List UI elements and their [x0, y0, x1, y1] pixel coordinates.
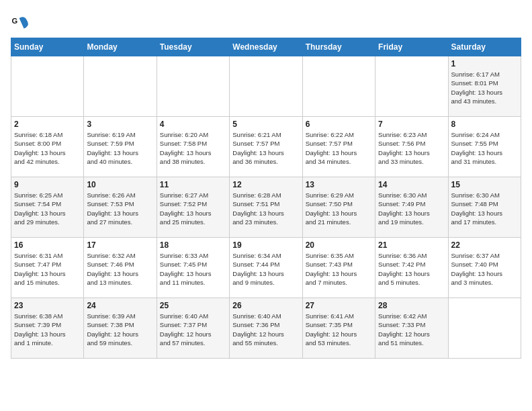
- day-number: 8: [451, 120, 518, 129]
- weekday-header-wednesday: Wednesday: [230, 38, 302, 56]
- day-info: Sunrise: 6:37 AM Sunset: 7:40 PM Dayligh…: [451, 251, 518, 287]
- day-info: Sunrise: 6:19 AM Sunset: 7:59 PM Dayligh…: [87, 130, 153, 166]
- calendar-cell: 24Sunrise: 6:39 AM Sunset: 7:38 PM Dayli…: [84, 298, 157, 359]
- day-number: 20: [306, 240, 372, 250]
- day-info: Sunrise: 6:30 AM Sunset: 7:49 PM Dayligh…: [378, 191, 445, 226]
- calendar-cell: 18Sunrise: 6:33 AM Sunset: 7:45 PM Dayli…: [157, 238, 229, 298]
- calendar-cell: 4Sunrise: 6:20 AM Sunset: 7:58 PM Daylig…: [157, 117, 229, 177]
- calendar-cell: [448, 298, 521, 359]
- day-number: 14: [378, 180, 445, 189]
- day-info: Sunrise: 6:30 AM Sunset: 7:48 PM Dayligh…: [451, 191, 518, 226]
- calendar-cell: 14Sunrise: 6:30 AM Sunset: 7:49 PM Dayli…: [375, 177, 448, 238]
- day-info: Sunrise: 6:25 AM Sunset: 7:54 PM Dayligh…: [14, 191, 81, 226]
- day-info: Sunrise: 6:32 AM Sunset: 7:46 PM Dayligh…: [87, 251, 153, 287]
- calendar-cell: 27Sunrise: 6:41 AM Sunset: 7:35 PM Dayli…: [302, 298, 375, 359]
- day-info: Sunrise: 6:28 AM Sunset: 7:51 PM Dayligh…: [232, 191, 299, 226]
- svg-text:G: G: [11, 17, 17, 25]
- day-number: 19: [232, 240, 299, 250]
- calendar-cell: 28Sunrise: 6:42 AM Sunset: 7:33 PM Dayli…: [375, 298, 448, 359]
- weekday-header-sunday: Sunday: [11, 38, 84, 56]
- day-number: 7: [378, 120, 445, 129]
- weekday-header-tuesday: Tuesday: [157, 38, 229, 56]
- day-info: Sunrise: 6:40 AM Sunset: 7:36 PM Dayligh…: [232, 312, 299, 347]
- day-number: 28: [378, 301, 445, 310]
- calendar-cell: 13Sunrise: 6:29 AM Sunset: 7:50 PM Dayli…: [302, 177, 375, 238]
- day-number: 21: [378, 240, 445, 250]
- calendar-cell: 5Sunrise: 6:21 AM Sunset: 7:57 PM Daylig…: [230, 117, 302, 177]
- day-number: 25: [160, 301, 226, 310]
- calendar-cell: 17Sunrise: 6:32 AM Sunset: 7:46 PM Dayli…: [84, 238, 157, 298]
- calendar-cell: 10Sunrise: 6:26 AM Sunset: 7:53 PM Dayli…: [84, 177, 157, 238]
- calendar-cell: 9Sunrise: 6:25 AM Sunset: 7:54 PM Daylig…: [11, 177, 84, 238]
- calendar-table: SundayMondayTuesdayWednesdayThursdayFrid…: [11, 38, 521, 359]
- day-number: 2: [14, 120, 81, 129]
- day-number: 22: [451, 240, 518, 250]
- day-number: 27: [306, 301, 372, 310]
- calendar-cell: 1Sunrise: 6:17 AM Sunset: 8:01 PM Daylig…: [448, 56, 521, 117]
- calendar-cell: 2Sunrise: 6:18 AM Sunset: 8:00 PM Daylig…: [11, 117, 84, 177]
- day-info: Sunrise: 6:27 AM Sunset: 7:52 PM Dayligh…: [160, 191, 226, 226]
- calendar-cell: 8Sunrise: 6:24 AM Sunset: 7:55 PM Daylig…: [448, 117, 521, 177]
- calendar-cell: 20Sunrise: 6:35 AM Sunset: 7:43 PM Dayli…: [302, 238, 375, 298]
- day-info: Sunrise: 6:24 AM Sunset: 7:55 PM Dayligh…: [451, 130, 518, 166]
- day-number: 18: [160, 240, 226, 250]
- day-number: 9: [14, 180, 81, 189]
- day-info: Sunrise: 6:23 AM Sunset: 7:56 PM Dayligh…: [378, 130, 445, 166]
- day-info: Sunrise: 6:17 AM Sunset: 8:01 PM Dayligh…: [451, 70, 518, 105]
- day-number: 13: [306, 180, 372, 189]
- calendar-cell: [230, 56, 302, 117]
- day-info: Sunrise: 6:34 AM Sunset: 7:44 PM Dayligh…: [232, 251, 299, 287]
- day-info: Sunrise: 6:26 AM Sunset: 7:53 PM Dayligh…: [87, 191, 153, 226]
- day-info: Sunrise: 6:42 AM Sunset: 7:33 PM Dayligh…: [378, 312, 445, 347]
- weekday-header-thursday: Thursday: [302, 38, 375, 56]
- day-info: Sunrise: 6:33 AM Sunset: 7:45 PM Dayligh…: [160, 251, 226, 287]
- calendar-cell: [157, 56, 229, 117]
- day-number: 11: [160, 180, 226, 189]
- day-info: Sunrise: 6:41 AM Sunset: 7:35 PM Dayligh…: [306, 312, 372, 347]
- calendar-cell: 16Sunrise: 6:31 AM Sunset: 7:47 PM Dayli…: [11, 238, 84, 298]
- calendar-cell: [302, 56, 375, 117]
- day-number: 17: [87, 240, 153, 250]
- calendar-cell: [375, 56, 448, 117]
- day-info: Sunrise: 6:21 AM Sunset: 7:57 PM Dayligh…: [232, 130, 299, 166]
- calendar-cell: 25Sunrise: 6:40 AM Sunset: 7:37 PM Dayli…: [157, 298, 229, 359]
- calendar-cell: [84, 56, 157, 117]
- calendar-week-row: 16Sunrise: 6:31 AM Sunset: 7:47 PM Dayli…: [11, 238, 521, 298]
- calendar-cell: 21Sunrise: 6:36 AM Sunset: 7:42 PM Dayli…: [375, 238, 448, 298]
- calendar-cell: 6Sunrise: 6:22 AM Sunset: 7:57 PM Daylig…: [302, 117, 375, 177]
- weekday-header-saturday: Saturday: [448, 38, 521, 56]
- calendar-cell: 23Sunrise: 6:38 AM Sunset: 7:39 PM Dayli…: [11, 298, 84, 359]
- day-info: Sunrise: 6:36 AM Sunset: 7:42 PM Dayligh…: [378, 251, 445, 287]
- day-info: Sunrise: 6:22 AM Sunset: 7:57 PM Dayligh…: [306, 130, 372, 166]
- calendar-cell: 15Sunrise: 6:30 AM Sunset: 7:48 PM Dayli…: [448, 177, 521, 238]
- calendar-cell: 11Sunrise: 6:27 AM Sunset: 7:52 PM Dayli…: [157, 177, 229, 238]
- day-number: 26: [232, 301, 299, 310]
- logo-icon: G: [11, 13, 30, 32]
- day-number: 5: [232, 120, 299, 129]
- day-number: 10: [87, 180, 153, 189]
- calendar-week-row: 9Sunrise: 6:25 AM Sunset: 7:54 PM Daylig…: [11, 177, 521, 238]
- day-info: Sunrise: 6:40 AM Sunset: 7:37 PM Dayligh…: [160, 312, 226, 347]
- calendar-cell: 12Sunrise: 6:28 AM Sunset: 7:51 PM Dayli…: [230, 177, 302, 238]
- day-info: Sunrise: 6:39 AM Sunset: 7:38 PM Dayligh…: [87, 312, 153, 347]
- day-number: 4: [160, 120, 226, 129]
- day-number: 6: [306, 120, 372, 129]
- day-number: 3: [87, 120, 153, 129]
- day-number: 15: [451, 180, 518, 189]
- day-info: Sunrise: 6:38 AM Sunset: 7:39 PM Dayligh…: [14, 312, 81, 347]
- day-info: Sunrise: 6:35 AM Sunset: 7:43 PM Dayligh…: [306, 251, 372, 287]
- weekday-header-friday: Friday: [375, 38, 448, 56]
- page-header: G: [11, 11, 521, 32]
- day-info: Sunrise: 6:31 AM Sunset: 7:47 PM Dayligh…: [14, 251, 81, 287]
- calendar-week-row: 1Sunrise: 6:17 AM Sunset: 8:01 PM Daylig…: [11, 56, 521, 117]
- day-number: 24: [87, 301, 153, 310]
- weekday-header-row: SundayMondayTuesdayWednesdayThursdayFrid…: [11, 38, 521, 56]
- day-info: Sunrise: 6:20 AM Sunset: 7:58 PM Dayligh…: [160, 130, 226, 166]
- calendar-cell: 7Sunrise: 6:23 AM Sunset: 7:56 PM Daylig…: [375, 117, 448, 177]
- day-number: 16: [14, 240, 81, 250]
- day-number: 23: [14, 301, 81, 310]
- weekday-header-monday: Monday: [84, 38, 157, 56]
- calendar-cell: 22Sunrise: 6:37 AM Sunset: 7:40 PM Dayli…: [448, 238, 521, 298]
- calendar-cell: 3Sunrise: 6:19 AM Sunset: 7:59 PM Daylig…: [84, 117, 157, 177]
- calendar-cell: [11, 56, 84, 117]
